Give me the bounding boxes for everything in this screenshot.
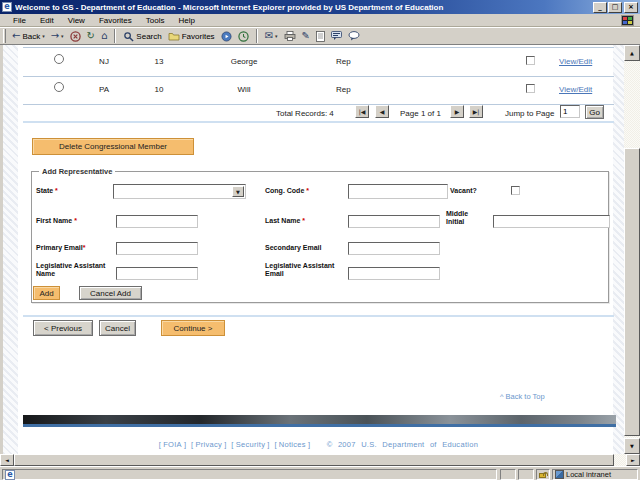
search-icon [123,31,134,42]
cancel-add-button[interactable]: Cancel Add [79,286,142,300]
go-button[interactable]: Go [585,105,604,119]
legislative-assistant-email-label: Legislative Assistant Email [265,262,340,278]
print-button[interactable] [281,28,299,44]
home-icon: ⌂ [101,31,107,41]
fieldset-legend: Add Representative [39,167,115,176]
continue-button[interactable]: Continue > [161,320,225,336]
title-bar[interactable]: e Welcome to GS - Department of Educatio… [0,0,640,14]
footer-link-notices[interactable]: Notices [277,440,308,449]
required-marker: * [306,187,309,194]
vacant-checkbox[interactable] [511,186,520,195]
print-icon [284,31,296,41]
menu-edit[interactable]: Edit [33,16,61,25]
mail-icon: ✉ [265,31,273,41]
browser-window: e Welcome to GS - Department of Educatio… [0,0,640,480]
page-button[interactable] [313,28,328,44]
horizontal-scroll-thumb[interactable] [14,454,614,466]
row-checkbox[interactable] [526,56,535,65]
toolbar-separator [256,29,258,43]
first-name-input[interactable] [116,215,198,228]
status-panel [518,469,534,480]
vertical-scrollbar[interactable]: ▲ ▼ [624,45,640,454]
minimize-button[interactable]: _ [593,2,607,13]
forward-dropdown-icon[interactable]: ▾ [61,33,64,39]
zone-label: Local intranet [566,470,611,479]
refresh-button[interactable]: ↻ [84,28,98,44]
search-button[interactable]: Search [120,28,164,44]
next-page-button[interactable]: ▶ [450,105,464,118]
previous-button[interactable]: < Previous [33,320,93,336]
view-edit-link[interactable]: View/Edit [559,85,592,94]
first-page-button[interactable]: |◀ [355,105,369,118]
row-separator [23,47,614,48]
cong-code-input[interactable] [348,184,448,199]
cell-first-name: George [215,57,273,66]
edit-button[interactable]: ✎ [299,28,313,44]
back-button[interactable]: ← Back ▾ [9,28,48,44]
vertical-scroll-thumb[interactable] [624,148,640,436]
horizontal-scrollbar[interactable]: ◄ ► [0,454,640,466]
discuss-button[interactable] [345,28,363,44]
row-radio[interactable] [54,54,64,64]
menu-tools[interactable]: Tools [139,16,172,25]
delete-congressional-member-button[interactable]: Delete Congressional Member [32,138,194,155]
state-select[interactable]: ▼ [113,184,246,199]
required-marker: * [302,217,305,224]
page-status-icon: e [5,470,15,480]
close-button[interactable]: × [624,2,638,13]
page-icon [316,31,325,42]
messenger-icon [331,31,342,41]
history-button[interactable] [235,28,252,44]
stop-button[interactable] [67,28,84,44]
footer-links: [FOIA] [Privacy] [Security] [Notices] © … [21,440,616,449]
cancel-button[interactable]: Cancel [99,320,136,336]
add-button[interactable]: Add [33,286,60,300]
scroll-down-button[interactable]: ▼ [624,438,640,454]
row-checkbox[interactable] [526,84,535,93]
forward-icon: → [51,31,59,41]
home-button[interactable]: ⌂ [98,28,110,44]
media-button[interactable] [218,28,235,44]
footer-rule [23,424,616,427]
menu-help[interactable]: Help [171,16,201,25]
cell-code: 10 [146,85,172,94]
view-edit-link[interactable]: View/Edit [559,57,592,66]
footer-link-foia[interactable]: FOIA [161,440,184,449]
middle-initial-input[interactable] [493,215,610,228]
footer-link-security[interactable]: Security [234,440,268,449]
row-separator [23,76,614,77]
jump-to-page-input[interactable] [560,105,580,118]
menu-favorites[interactable]: Favorites [92,16,139,25]
total-records-label: Total Records: 4 [276,109,334,118]
primary-email-input[interactable] [116,242,198,255]
messenger-button[interactable] [328,28,345,44]
lock-panel [536,469,550,480]
back-dropdown-icon[interactable]: ▾ [42,33,45,39]
row-radio[interactable] [54,82,64,92]
menu-view[interactable]: View [61,16,92,25]
back-to-top-link[interactable]: ^ Back to Top [500,392,545,401]
menu-file[interactable]: File [6,16,33,25]
select-dropdown-icon[interactable]: ▼ [232,186,244,197]
cell-party: Rep [336,85,351,94]
legislative-assistant-email-input[interactable] [348,267,440,280]
secondary-email-input[interactable] [348,242,440,255]
history-icon [238,31,249,42]
cell-code: 13 [146,57,172,66]
prev-page-button[interactable]: ◀ [375,105,389,118]
cell-state: NJ [89,57,119,66]
scroll-up-button[interactable]: ▲ [624,45,640,61]
last-name-input[interactable] [348,215,440,228]
legislative-assistant-name-input[interactable] [116,267,198,280]
scroll-left-button[interactable]: ◄ [0,454,14,466]
last-page-button[interactable]: ▶| [469,105,483,118]
favorites-button[interactable]: Favorites [165,28,218,44]
scroll-right-button[interactable]: ► [626,454,640,466]
mail-button[interactable]: ✉ ▾ [262,28,281,44]
vacant-label: Vacant? [450,187,477,195]
footer-link-privacy[interactable]: Privacy [193,440,224,449]
cell-state: PA [89,85,119,94]
forward-button[interactable]: → ▾ [48,28,67,44]
restore-button[interactable]: □ [608,2,622,13]
mail-dropdown-icon[interactable]: ▾ [275,33,278,39]
